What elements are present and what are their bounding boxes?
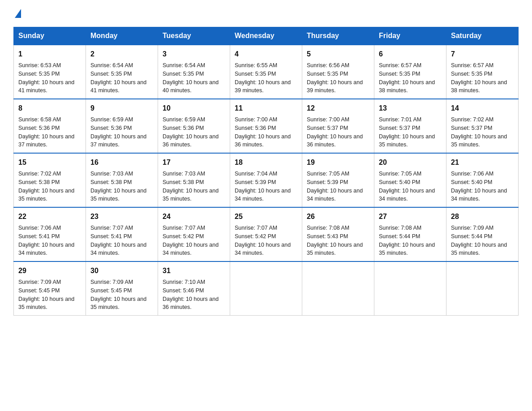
logo-triangle-icon [15, 9, 21, 18]
calendar-cell: 1Sunrise: 6:53 AMSunset: 5:35 PMDaylight… [14, 45, 86, 99]
day-number: 30 [90, 265, 153, 276]
calendar-cell: 14Sunrise: 7:02 AMSunset: 5:37 PMDayligh… [446, 99, 519, 153]
day-info: Sunrise: 6:55 AMSunset: 5:35 PMDaylight:… [235, 61, 297, 95]
day-number: 8 [18, 103, 81, 114]
day-info: Sunrise: 7:06 AMSunset: 5:41 PMDaylight:… [18, 224, 81, 257]
day-info: Sunrise: 7:03 AMSunset: 5:38 PMDaylight:… [90, 170, 153, 203]
day-number: 12 [307, 103, 369, 114]
calendar-cell: 12Sunrise: 7:00 AMSunset: 5:37 PMDayligh… [302, 99, 374, 153]
day-number: 16 [90, 157, 153, 168]
day-number: 28 [451, 211, 514, 222]
day-number: 25 [235, 211, 297, 222]
day-number: 7 [451, 49, 514, 60]
day-number: 19 [307, 157, 369, 168]
calendar-cell: 13Sunrise: 7:01 AMSunset: 5:37 PMDayligh… [374, 99, 446, 153]
calendar-header-saturday: Saturday [446, 27, 519, 45]
calendar-header-thursday: Thursday [302, 27, 374, 45]
day-info: Sunrise: 7:03 AMSunset: 5:38 PMDaylight:… [163, 170, 225, 203]
calendar-cell: 8Sunrise: 6:58 AMSunset: 5:36 PMDaylight… [14, 99, 86, 153]
day-number: 9 [90, 103, 153, 114]
calendar-cell [446, 261, 519, 316]
calendar-week-row: 8Sunrise: 6:58 AMSunset: 5:36 PMDaylight… [14, 99, 519, 153]
day-number: 29 [18, 265, 81, 276]
day-number: 26 [307, 211, 369, 222]
day-info: Sunrise: 6:59 AMSunset: 5:36 PMDaylight:… [163, 116, 225, 149]
logo [13, 9, 22, 18]
day-number: 18 [235, 157, 297, 168]
day-info: Sunrise: 6:54 AMSunset: 5:35 PMDaylight:… [163, 61, 225, 95]
calendar-cell: 15Sunrise: 7:02 AMSunset: 5:38 PMDayligh… [14, 153, 86, 207]
day-number: 1 [18, 49, 81, 60]
calendar-cell: 16Sunrise: 7:03 AMSunset: 5:38 PMDayligh… [86, 153, 158, 207]
day-info: Sunrise: 7:07 AMSunset: 5:41 PMDaylight:… [90, 224, 153, 257]
day-info: Sunrise: 7:09 AMSunset: 5:44 PMDaylight:… [451, 224, 514, 257]
logo-top [13, 9, 22, 18]
calendar-cell [230, 261, 302, 316]
calendar-header-tuesday: Tuesday [158, 27, 230, 45]
page-header [13, 9, 519, 18]
day-number: 24 [163, 211, 225, 222]
day-info: Sunrise: 7:02 AMSunset: 5:37 PMDaylight:… [451, 116, 514, 149]
day-number: 31 [163, 265, 225, 276]
calendar-cell: 26Sunrise: 7:08 AMSunset: 5:43 PMDayligh… [302, 207, 374, 261]
calendar-table: SundayMondayTuesdayWednesdayThursdayFrid… [13, 27, 519, 316]
day-number: 14 [451, 103, 514, 114]
day-info: Sunrise: 7:09 AMSunset: 5:45 PMDaylight:… [18, 278, 81, 312]
day-number: 10 [163, 103, 225, 114]
calendar-cell: 9Sunrise: 6:59 AMSunset: 5:36 PMDaylight… [86, 99, 158, 153]
day-info: Sunrise: 7:08 AMSunset: 5:43 PMDaylight:… [307, 224, 369, 257]
calendar-cell: 25Sunrise: 7:07 AMSunset: 5:42 PMDayligh… [230, 207, 302, 261]
day-number: 23 [90, 211, 153, 222]
day-number: 11 [235, 103, 297, 114]
calendar-header-monday: Monday [86, 27, 158, 45]
calendar-cell: 24Sunrise: 7:07 AMSunset: 5:42 PMDayligh… [158, 207, 230, 261]
calendar-cell: 17Sunrise: 7:03 AMSunset: 5:38 PMDayligh… [158, 153, 230, 207]
day-info: Sunrise: 7:09 AMSunset: 5:45 PMDaylight:… [90, 278, 153, 312]
day-info: Sunrise: 7:00 AMSunset: 5:37 PMDaylight:… [307, 116, 369, 149]
day-info: Sunrise: 7:04 AMSunset: 5:39 PMDaylight:… [235, 170, 297, 203]
calendar-cell: 5Sunrise: 6:56 AMSunset: 5:35 PMDaylight… [302, 45, 374, 99]
day-number: 4 [235, 49, 297, 60]
calendar-cell: 23Sunrise: 7:07 AMSunset: 5:41 PMDayligh… [86, 207, 158, 261]
calendar-cell: 4Sunrise: 6:55 AMSunset: 5:35 PMDaylight… [230, 45, 302, 99]
calendar-week-row: 15Sunrise: 7:02 AMSunset: 5:38 PMDayligh… [14, 153, 519, 207]
day-number: 22 [18, 211, 81, 222]
day-info: Sunrise: 7:07 AMSunset: 5:42 PMDaylight:… [235, 224, 297, 257]
calendar-header-wednesday: Wednesday [230, 27, 302, 45]
day-number: 17 [163, 157, 225, 168]
day-info: Sunrise: 7:10 AMSunset: 5:46 PMDaylight:… [163, 278, 225, 312]
day-info: Sunrise: 6:56 AMSunset: 5:35 PMDaylight:… [307, 61, 369, 95]
day-info: Sunrise: 7:08 AMSunset: 5:44 PMDaylight:… [379, 224, 442, 257]
day-info: Sunrise: 6:58 AMSunset: 5:36 PMDaylight:… [18, 116, 81, 149]
calendar-week-row: 22Sunrise: 7:06 AMSunset: 5:41 PMDayligh… [14, 207, 519, 261]
calendar-cell: 22Sunrise: 7:06 AMSunset: 5:41 PMDayligh… [14, 207, 86, 261]
day-info: Sunrise: 7:06 AMSunset: 5:40 PMDaylight:… [451, 170, 514, 203]
calendar-cell: 18Sunrise: 7:04 AMSunset: 5:39 PMDayligh… [230, 153, 302, 207]
calendar-cell: 31Sunrise: 7:10 AMSunset: 5:46 PMDayligh… [158, 261, 230, 316]
calendar-header-row: SundayMondayTuesdayWednesdayThursdayFrid… [14, 27, 519, 45]
calendar-cell: 28Sunrise: 7:09 AMSunset: 5:44 PMDayligh… [446, 207, 519, 261]
day-number: 5 [307, 49, 369, 60]
day-number: 21 [451, 157, 514, 168]
day-info: Sunrise: 7:05 AMSunset: 5:40 PMDaylight:… [379, 170, 442, 203]
calendar-cell: 3Sunrise: 6:54 AMSunset: 5:35 PMDaylight… [158, 45, 230, 99]
calendar-cell: 11Sunrise: 7:00 AMSunset: 5:36 PMDayligh… [230, 99, 302, 153]
calendar-cell: 19Sunrise: 7:05 AMSunset: 5:39 PMDayligh… [302, 153, 374, 207]
day-number: 3 [163, 49, 225, 60]
calendar-header-sunday: Sunday [14, 27, 86, 45]
calendar-cell [302, 261, 374, 316]
calendar-header-friday: Friday [374, 27, 446, 45]
day-info: Sunrise: 6:57 AMSunset: 5:35 PMDaylight:… [379, 61, 442, 95]
day-number: 27 [379, 211, 442, 222]
calendar-cell: 30Sunrise: 7:09 AMSunset: 5:45 PMDayligh… [86, 261, 158, 316]
day-info: Sunrise: 6:53 AMSunset: 5:35 PMDaylight:… [18, 61, 81, 95]
day-number: 15 [18, 157, 81, 168]
day-number: 13 [379, 103, 442, 114]
day-info: Sunrise: 6:54 AMSunset: 5:35 PMDaylight:… [90, 61, 153, 95]
calendar-cell: 10Sunrise: 6:59 AMSunset: 5:36 PMDayligh… [158, 99, 230, 153]
day-info: Sunrise: 6:57 AMSunset: 5:35 PMDaylight:… [451, 61, 514, 95]
calendar-cell [374, 261, 446, 316]
day-info: Sunrise: 7:01 AMSunset: 5:37 PMDaylight:… [379, 116, 442, 149]
calendar-cell: 6Sunrise: 6:57 AMSunset: 5:35 PMDaylight… [374, 45, 446, 99]
calendar-week-row: 29Sunrise: 7:09 AMSunset: 5:45 PMDayligh… [14, 261, 519, 316]
